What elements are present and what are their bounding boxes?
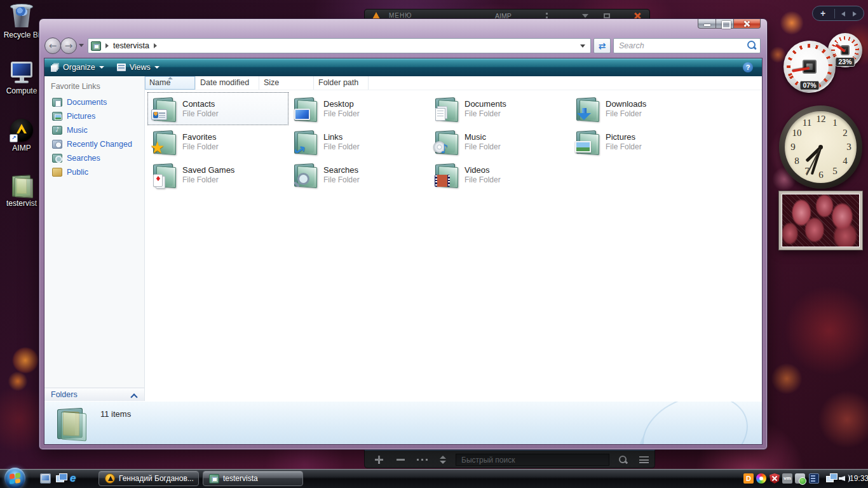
folder-type: File Folder [606, 142, 642, 152]
folder-tile-downloads[interactable]: DownloadsFile Folder [571, 92, 712, 125]
folder-tile-searches[interactable]: SearchesFile Folder [288, 158, 430, 191]
vmware-tools-tray-icon[interactable]: vm [782, 473, 792, 484]
show-desktop-icon[interactable] [40, 473, 51, 484]
aimp-quick-search-input[interactable] [456, 454, 609, 466]
sidebar-item-public[interactable]: Public [44, 165, 144, 179]
clock-gadget[interactable]: 12 1 2 3 4 5 6 7 8 9 10 11 [779, 105, 862, 189]
sidebar-item-pictures[interactable]: Pictures [44, 109, 144, 123]
updates-ok-tray-icon[interactable] [795, 473, 805, 484]
address-bar[interactable]: testervista [88, 38, 591, 53]
sidebar-item-recently-changed[interactable]: Recently Changed [44, 137, 144, 151]
desktop-icon-computer[interactable]: Compute [0, 60, 43, 95]
security-alert-tray-icon[interactable] [770, 473, 780, 484]
desktop-icon-aimp[interactable]: ↗ AIMP [0, 118, 43, 152]
close-button[interactable] [734, 19, 761, 29]
previous-page-icon[interactable] [841, 11, 845, 17]
address-dropdown-icon[interactable] [580, 44, 585, 48]
desktop-icon-label: testervist [0, 199, 43, 208]
folder-tile-favorites[interactable]: ★ FavoritesFile Folder [147, 125, 288, 158]
switch-windows-icon[interactable] [56, 473, 67, 484]
start-button[interactable] [4, 468, 25, 488]
minimize-button[interactable] [698, 19, 716, 29]
documents-folder-icon [52, 98, 62, 107]
color-swirl-tray-icon[interactable] [756, 473, 766, 484]
aimp-menu-button[interactable]: МЕНЮ [389, 12, 412, 19]
folder-tiles: ContactsFile Folder DesktopFile Folder D… [147, 92, 712, 191]
aimp-restore-icon[interactable] [604, 13, 610, 18]
aimp-close-icon[interactable] [634, 12, 641, 19]
column-header-size[interactable]: Size [259, 76, 314, 90]
aimp-agent-tray-icon[interactable]: D [743, 473, 754, 484]
add-track-icon[interactable] [375, 456, 383, 464]
desktop: Recycle Bi Compute ↗ AIMP testervist МЕН… [0, 0, 868, 488]
sidebar-item-documents[interactable]: Documents [44, 95, 144, 109]
sidebar-item-searches[interactable]: Searches [44, 151, 144, 165]
column-header-name[interactable]: Name [145, 76, 196, 90]
aimp-window-titlebar[interactable]: МЕНЮ AIMP [364, 9, 650, 20]
internet-explorer-icon[interactable]: e [70, 473, 81, 484]
folder-tile-links[interactable]: ↪ LinksFile Folder [288, 125, 430, 158]
volume-tray-icon[interactable] [839, 473, 849, 484]
folder-tile-pictures[interactable]: PicturesFile Folder [571, 125, 712, 158]
clock-numeral: 4 [840, 156, 850, 166]
breadcrumb[interactable]: testervista [113, 41, 149, 50]
add-gadget-button[interactable]: + [820, 8, 825, 18]
search-icon[interactable] [745, 39, 758, 52]
search-input[interactable] [614, 41, 745, 50]
remove-track-icon[interactable] [397, 459, 405, 461]
folder-icon-pictures [574, 129, 600, 154]
folder-tile-music[interactable]: MusicFile Folder [430, 125, 571, 158]
cpu-meter-gauge[interactable]: 07% [783, 41, 836, 93]
search-icon[interactable] [619, 456, 627, 463]
folder-name: Documents [465, 99, 506, 109]
taskbar-button-testervista[interactable]: testervista [203, 471, 303, 486]
sidebar-item-label: Documents [67, 98, 107, 107]
folder-icon-desktop [292, 96, 318, 121]
pictures-folder-icon [52, 112, 62, 121]
desktop-icon-label: AIMP [0, 144, 43, 152]
desktop-icon-recycle-bin[interactable]: Recycle Bi [0, 1, 43, 39]
column-header-date-modified[interactable]: Date modified [196, 76, 259, 90]
breadcrumb-arrow-icon[interactable] [105, 43, 109, 48]
folder-name: Searches [323, 165, 360, 175]
desktop-icon-testervista[interactable]: testervist [0, 173, 43, 208]
folder-icon-videos [433, 162, 459, 187]
desktop-icon-label: Recycle Bi [0, 30, 43, 39]
playlist-menu-icon[interactable] [639, 456, 649, 463]
folder-tile-contacts[interactable]: ContactsFile Folder [147, 92, 288, 125]
organize-button[interactable]: Organize [51, 63, 104, 72]
taskbar-button-aimp[interactable]: Геннадий Богданов... [98, 471, 199, 486]
aimp-minimize-icon[interactable] [582, 14, 588, 18]
taskbar-clock[interactable]: 19:33 [850, 474, 868, 483]
forward-button[interactable]: → [60, 37, 77, 54]
sidebar-item-label: Recently Changed [67, 140, 132, 149]
display-settings-tray-icon[interactable] [809, 473, 819, 484]
back-button[interactable]: ← [44, 37, 61, 54]
help-button[interactable]: ? [743, 62, 753, 72]
folder-tile-documents[interactable]: DocumentsFile Folder [430, 92, 571, 125]
next-page-icon[interactable] [853, 11, 857, 17]
folder-name: Saved Games [182, 165, 234, 175]
folders-expander[interactable]: Folders [44, 388, 144, 401]
recent-pages-dropdown-icon[interactable] [79, 44, 84, 47]
search-box[interactable] [613, 38, 761, 53]
network-tray-icon[interactable] [826, 473, 836, 484]
sidebar-item-music[interactable]: Music [44, 123, 144, 137]
views-button[interactable]: Views [117, 63, 159, 72]
sort-icon[interactable] [440, 456, 446, 464]
breadcrumb-arrow-icon[interactable] [154, 43, 157, 48]
command-toolbar: Organize Views ? [44, 58, 762, 76]
folder-type: File Folder [465, 109, 506, 119]
refresh-button[interactable]: ⇄ [593, 38, 611, 53]
clock-numeral: 9 [788, 142, 798, 152]
column-header-folder-path[interactable]: Folder path [314, 76, 369, 90]
more-options-icon[interactable] [417, 459, 428, 461]
taskbar: e Геннадий Богданов... testervista D vm … [0, 469, 868, 488]
folder-tile-saved-games[interactable]: Saved GamesFile Folder [147, 158, 288, 191]
aimp-options-icon[interactable] [546, 13, 548, 18]
maximize-button[interactable] [716, 19, 734, 29]
folder-type: File Folder [606, 109, 646, 119]
folder-tile-videos[interactable]: VideosFile Folder [430, 158, 571, 191]
folder-tile-desktop[interactable]: DesktopFile Folder [288, 92, 430, 125]
photo-slideshow-gadget[interactable] [779, 191, 862, 250]
